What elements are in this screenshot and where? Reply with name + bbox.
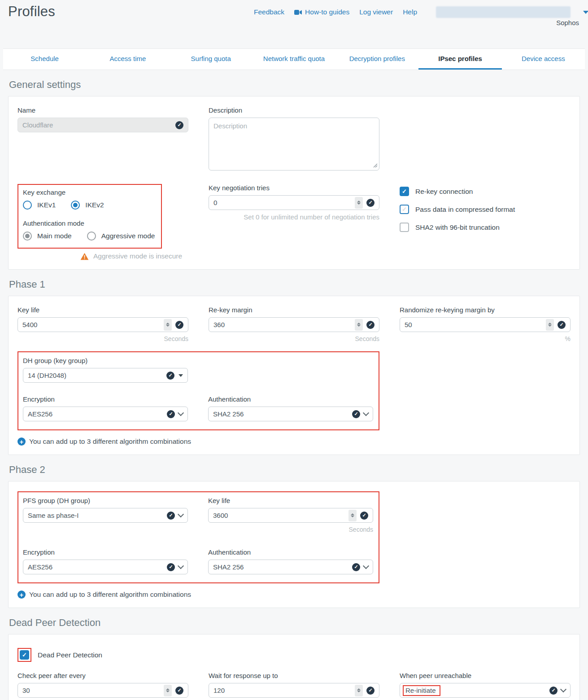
tab-schedule[interactable]: Schedule <box>3 49 86 70</box>
stepper-arrows-icon[interactable] <box>355 197 363 209</box>
radio-ikev2-label: IKEv2 <box>85 201 104 209</box>
dpd-heading: Dead Peer Detection <box>9 617 588 629</box>
tab-surfing-quota[interactable]: Surfing quota <box>170 49 253 70</box>
phase2-encryption-select[interactable]: AES256 ✓ <box>23 560 188 574</box>
tab-access-time[interactable]: Access time <box>86 49 169 70</box>
phase1-encryption-select[interactable]: AES256 ✓ <box>23 407 188 421</box>
radio-ikev1-icon <box>23 201 32 210</box>
rekey-connection-checkbox[interactable]: ✓ Re-key connection <box>400 187 571 196</box>
howto-guides-link[interactable]: How-to guides <box>294 8 349 16</box>
checkbox-checked-icon: ✓ <box>400 187 409 196</box>
dpd-unreachable-group: When peer unreachable Re-initiate ✓ <box>400 672 571 700</box>
name-input[interactable] <box>22 121 172 129</box>
tab-network-traffic-quota[interactable]: Network traffic quota <box>253 49 335 70</box>
phase2-pfsgroup-value: Same as phase-I <box>28 512 163 519</box>
phase1-keylife-input-wrap: ✓ <box>17 317 188 332</box>
valid-check-icon: ✓ <box>366 687 375 695</box>
phase1-keylife-input[interactable] <box>22 321 160 328</box>
general-settings-panel: Name ✓ Description Key exchange IKEv <box>8 96 580 270</box>
key-negotiation-field-group: Key negotiation tries ✓ Set 0 for unlimi… <box>209 184 379 260</box>
phase2-keylife-label: Key life <box>208 497 373 504</box>
phase2-keylife-input[interactable] <box>213 512 345 519</box>
valid-check-icon: ✓ <box>175 687 183 695</box>
radio-ikev2-icon <box>71 201 80 210</box>
key-negotiation-input-wrap: ✓ <box>209 195 379 210</box>
dpd-checkpeer-label: Check peer after every <box>17 672 188 679</box>
dpd-checkpeer-input[interactable] <box>22 687 160 694</box>
phase1-randomize-input[interactable] <box>405 321 542 328</box>
radio-ikev1[interactable]: IKEv1 <box>23 201 56 210</box>
stepper-arrows-icon[interactable] <box>164 319 172 331</box>
brand-label: Sophos <box>556 19 579 26</box>
phase1-authentication-select[interactable]: SHA2 256 ✓ <box>208 407 373 421</box>
account-dropdown-caret-icon[interactable] <box>583 11 588 14</box>
description-textarea[interactable] <box>209 118 379 171</box>
compressed-format-checkbox[interactable]: ✓ Pass data in compressed format <box>400 205 571 214</box>
phase1-add-combination[interactable]: + You can add up to 3 different algorith… <box>17 438 571 446</box>
page-header: Profiles Feedback How-to guides Log view… <box>0 0 588 48</box>
valid-check-icon: ✓ <box>366 321 375 329</box>
dpd-panel: ✓ Dead Peer Detection Check peer after e… <box>8 634 580 700</box>
phase1-panel: Key life ✓ Seconds Re-key margin ✓ Secon… <box>8 296 580 455</box>
phase2-keylife-unit: Seconds <box>208 526 373 533</box>
phase1-randomize-group: Randomize re-keying margin by ✓ % <box>400 306 571 342</box>
radio-ikev2[interactable]: IKEv2 <box>71 201 104 210</box>
valid-check-icon: ✓ <box>166 372 174 380</box>
radio-main-mode[interactable]: Main mode <box>23 232 72 241</box>
phase1-encryption-label: Encryption <box>23 395 188 403</box>
help-link[interactable]: Help <box>403 8 417 16</box>
phase2-authentication-select[interactable]: SHA2 256 ✓ <box>208 560 373 574</box>
valid-check-icon: ✓ <box>549 687 558 695</box>
compressed-format-label: Pass data in compressed format <box>415 206 515 214</box>
feedback-label: Feedback <box>254 8 284 16</box>
phase1-authentication-group: Authentication SHA2 256 ✓ <box>208 395 373 421</box>
key-exchange-column: Key exchange IKEv1 IKEv2 Authentication … <box>17 184 188 260</box>
log-viewer-label: Log viewer <box>359 8 393 16</box>
plus-circle-icon: + <box>17 438 26 446</box>
general-checkbox-column: ✓ Re-key connection ✓ Pass data in compr… <box>400 184 571 260</box>
radio-aggressive-mode[interactable]: Aggressive mode <box>87 232 155 241</box>
account-name-redacted[interactable] <box>436 6 571 18</box>
stepper-arrows-icon[interactable] <box>355 685 363 696</box>
phase1-encryption-value: AES256 <box>28 410 163 418</box>
phase1-rekey-margin-input[interactable] <box>213 321 351 328</box>
dpd-toggle-label: Dead Peer Detection <box>38 651 102 659</box>
valid-check-icon: ✓ <box>167 410 175 418</box>
stepper-arrows-icon[interactable] <box>348 510 357 521</box>
dpd-wait-input[interactable] <box>213 687 351 694</box>
phase2-add-note-text: You can add up to 3 different algorithm … <box>29 591 191 599</box>
valid-check-icon: ✓ <box>167 563 175 571</box>
phase2-panel: PFS group (DH group) Same as phase-I ✓ K… <box>8 481 580 608</box>
description-field-group: Description <box>209 106 379 172</box>
dpd-toggle-row: ✓ Dead Peer Detection <box>17 648 571 662</box>
phase2-add-combination[interactable]: + You can add up to 3 different algorith… <box>17 591 571 599</box>
key-negotiation-input[interactable] <box>213 199 351 206</box>
header-links: Feedback How-to guides Log viewer Help <box>254 6 580 18</box>
phase1-randomize-unit: % <box>400 335 571 342</box>
dpd-unreachable-select[interactable]: Re-initiate ✓ <box>400 683 571 698</box>
tab-ipsec-profiles[interactable]: IPsec profiles <box>418 49 501 70</box>
phase1-dhgroup-select[interactable]: 14 (DH2048) ✓ <box>23 368 188 383</box>
radio-ikev1-label: IKEv1 <box>37 201 56 209</box>
feedback-link[interactable]: Feedback <box>254 8 284 16</box>
phase2-encryption-group: Encryption AES256 ✓ <box>23 548 188 574</box>
phase1-rekey-margin-group: Re-key margin ✓ Seconds <box>209 306 379 342</box>
phase2-authentication-label: Authentication <box>208 548 373 556</box>
auth-mode-label: Authentication mode <box>23 219 155 227</box>
stepper-arrows-icon[interactable] <box>355 319 363 331</box>
sha2-truncation-checkbox[interactable]: SHA2 with 96-bit truncation <box>400 223 571 232</box>
phase1-dhgroup-label: DH group (key group) <box>23 357 188 364</box>
tab-decryption-profiles[interactable]: Decryption profiles <box>335 49 418 70</box>
stepper-arrows-icon[interactable] <box>546 319 554 331</box>
phase2-pfsgroup-select[interactable]: Same as phase-I ✓ <box>23 508 188 523</box>
dpd-checkbox[interactable]: ✓ <box>20 650 29 660</box>
dropdown-caret-icon <box>179 374 183 377</box>
log-viewer-link[interactable]: Log viewer <box>359 8 393 16</box>
chevron-down-icon <box>363 410 369 416</box>
key-negotiation-label: Key negotiation tries <box>209 184 379 192</box>
tab-device-access[interactable]: Device access <box>502 49 585 70</box>
video-camera-icon <box>294 9 302 15</box>
phase2-pfsgroup-group: PFS group (DH group) Same as phase-I ✓ <box>23 497 188 533</box>
dpd-wait-label: Wait for response up to <box>209 672 379 679</box>
stepper-arrows-icon[interactable] <box>164 685 172 696</box>
